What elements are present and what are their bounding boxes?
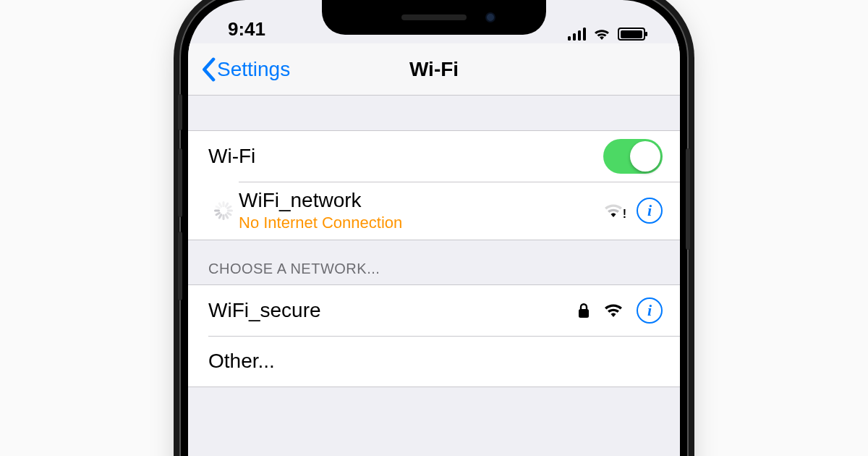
volume-up-button [178, 148, 182, 217]
mute-switch [178, 94, 182, 130]
notch [322, 0, 546, 35]
cellular-signal-icon [568, 28, 587, 41]
lock-icon [577, 303, 590, 318]
phone-frame: 9:41 Settings Wi-Fi [181, 0, 687, 456]
wifi-warning-icon: ! [603, 203, 624, 219]
side-button [686, 148, 690, 250]
network-list-group: WiFi_secure i [188, 284, 680, 387]
choose-network-header: CHOOSE A NETWORK... [188, 240, 680, 284]
wifi-toggle-label: Wi-Fi [208, 145, 603, 168]
speaker-grille [401, 14, 467, 20]
svg-rect-0 [579, 309, 589, 318]
status-time: 9:41 [228, 18, 265, 41]
spinner-icon [214, 201, 233, 220]
phone-screen: 9:41 Settings Wi-Fi [188, 0, 680, 456]
chevron-left-icon [201, 57, 216, 82]
front-camera [485, 12, 495, 22]
network-row-other[interactable]: Other... [188, 336, 680, 387]
battery-icon [618, 28, 645, 41]
back-label: Settings [217, 58, 290, 81]
connected-network-name: WiFi_network [239, 189, 603, 212]
info-button[interactable]: i [637, 198, 663, 224]
back-button[interactable]: Settings [201, 57, 290, 82]
connected-network-status: No Internet Connection [239, 214, 603, 232]
wifi-signal-icon [603, 303, 624, 318]
info-button[interactable]: i [637, 297, 663, 324]
wifi-toggle-row[interactable]: Wi-Fi [188, 131, 680, 182]
nav-title: Wi-Fi [409, 58, 459, 81]
network-name: WiFi_secure [208, 299, 577, 322]
network-name: Other... [208, 350, 663, 373]
wifi-status-icon [593, 28, 610, 41]
volume-down-button [178, 232, 182, 300]
network-row-wifi-secure[interactable]: WiFi_secure i [188, 285, 680, 336]
settings-content[interactable]: Wi-Fi [188, 96, 680, 387]
nav-bar: Settings Wi-Fi [188, 43, 680, 96]
wifi-main-group: Wi-Fi [188, 130, 680, 240]
wifi-toggle[interactable] [603, 139, 663, 174]
connected-network-row[interactable]: WiFi_network No Internet Connection ! [188, 182, 680, 240]
